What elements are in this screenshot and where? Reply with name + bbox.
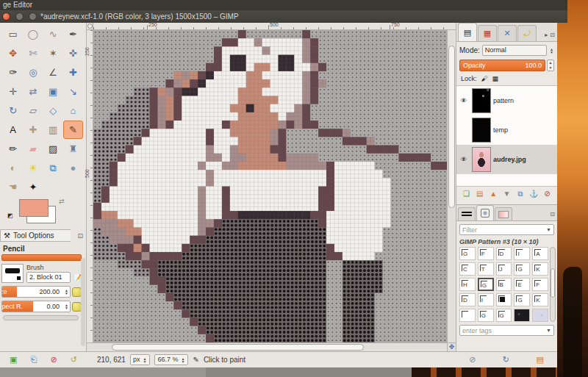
zoom-combo[interactable]: 66.7 % ▲▼ bbox=[154, 354, 188, 365]
pattern-swatch-12[interactable]: B bbox=[496, 278, 512, 291]
tool-pencil[interactable]: ✎ bbox=[63, 121, 83, 139]
tool-heal[interactable]: ✚ bbox=[23, 121, 43, 139]
tool-color-picker[interactable]: ✜ bbox=[63, 44, 83, 62]
anchor-layer-button[interactable]: ⚓ bbox=[528, 190, 539, 198]
vertical-scrollbar[interactable] bbox=[447, 30, 456, 342]
pat-dock-config-icon[interactable]: ⊡ bbox=[550, 211, 555, 218]
panel-config-icon[interactable]: ⊡ bbox=[77, 232, 83, 240]
tool-perspective-clone[interactable]: ⧉ bbox=[43, 159, 63, 177]
tool-clone[interactable]: ♜ bbox=[63, 140, 83, 158]
size-spinner[interactable]: ▲▼ bbox=[64, 289, 69, 295]
tool-paintbrush[interactable]: ✦ bbox=[23, 178, 43, 196]
tab-undo-history[interactable]: ⤾ bbox=[517, 25, 537, 41]
pattern-swatch-9[interactable]: K bbox=[532, 262, 548, 276]
pattern-scrollbar[interactable] bbox=[550, 247, 556, 322]
tab-gradients[interactable] bbox=[495, 207, 512, 220]
tool-perspective[interactable]: ◇ bbox=[43, 101, 63, 120]
aspect-spinner[interactable]: ▲▼ bbox=[64, 304, 69, 309]
lower-layer-button[interactable]: ▼ bbox=[501, 190, 512, 198]
tags-dropdown-icon[interactable]: ▼ bbox=[546, 328, 551, 333]
pattern-swatch-13[interactable]: E bbox=[514, 278, 530, 291]
mode-spinner[interactable]: ▲▼ bbox=[549, 48, 554, 54]
global-menu-text[interactable]: ge Editor bbox=[3, 1, 32, 9]
restore-options-button[interactable]: ⎗ bbox=[31, 355, 37, 365]
toolbox-scrollbar[interactable] bbox=[81, 258, 85, 346]
layer-row-temp[interactable]: temp bbox=[456, 115, 557, 145]
size-slider[interactable]: Size 200.00 ▲▼ bbox=[1, 286, 71, 298]
tab-patterns[interactable] bbox=[476, 205, 494, 220]
pattern-swatch-16[interactable]: I bbox=[478, 293, 494, 306]
opacity-spinner[interactable]: ▲▼ bbox=[547, 60, 554, 71]
tab-channels[interactable]: ▦ bbox=[478, 25, 497, 41]
new-group-button[interactable]: ▤ bbox=[474, 190, 485, 198]
open-pattern-folder-button[interactable]: ▤ bbox=[536, 355, 543, 365]
pattern-swatch-18[interactable]: G bbox=[514, 293, 530, 306]
tool-free-select[interactable]: ∿ bbox=[43, 25, 63, 43]
delete-options-button[interactable]: ⊘ bbox=[50, 355, 57, 365]
tool-fuzzy-select[interactable]: ✶ bbox=[43, 44, 63, 62]
pattern-swatch-1[interactable]: F bbox=[478, 247, 494, 260]
save-options-button[interactable]: ▣ bbox=[10, 355, 17, 365]
pattern-swatch-11[interactable]: G bbox=[478, 278, 494, 291]
pattern-swatch-5[interactable]: C bbox=[459, 262, 476, 276]
tool-gradient[interactable]: ▥ bbox=[43, 121, 63, 139]
pattern-swatch-19[interactable]: K bbox=[532, 293, 548, 306]
filter-dropdown-icon[interactable]: ▼ bbox=[546, 227, 551, 232]
pattern-swatch-24[interactable] bbox=[532, 309, 548, 322]
new-layer-button[interactable]: ❏ bbox=[461, 190, 472, 198]
tool-rotate[interactable]: ↻ bbox=[3, 101, 23, 120]
pattern-swatch-14[interactable]: F bbox=[532, 278, 548, 291]
tool-scale[interactable]: ↘ bbox=[63, 82, 83, 101]
layer-thumbnail[interactable] bbox=[472, 118, 491, 143]
tool-airbrush[interactable]: ▨ bbox=[43, 140, 63, 158]
tab-next-icon[interactable]: ▸ bbox=[545, 32, 548, 38]
tool-alignment[interactable]: ✛ bbox=[3, 82, 23, 101]
tool-scissors-select[interactable]: ✄ bbox=[23, 44, 43, 62]
tool-shear[interactable]: ▱ bbox=[23, 101, 43, 120]
layer-thumbnail[interactable] bbox=[472, 88, 491, 113]
tool-cage-transform[interactable]: ⌂ bbox=[63, 101, 83, 120]
tool-dodge-burn[interactable]: ◐ bbox=[3, 159, 23, 177]
pattern-swatch-17[interactable] bbox=[496, 293, 512, 306]
pattern-swatch-6[interactable]: T bbox=[478, 262, 494, 276]
aspect-slider[interactable]: Aspect R. 0.00 ▲▼ bbox=[1, 301, 71, 312]
raise-layer-button[interactable]: ▲ bbox=[488, 190, 499, 198]
layer-row-audrey.jpg[interactable]: 👁audrey.jpg bbox=[456, 145, 557, 174]
brush-preview[interactable] bbox=[1, 264, 24, 283]
layer-visibility-icon[interactable]: 👁 bbox=[458, 97, 470, 104]
mode-combo[interactable]: Normal bbox=[482, 45, 547, 56]
tool-smudge-finger[interactable]: ☚ bbox=[3, 178, 23, 196]
tool-zoom[interactable]: ◎ bbox=[23, 63, 43, 82]
unit-spinner[interactable]: ▲▼ bbox=[142, 357, 147, 363]
pattern-swatch-20[interactable] bbox=[459, 309, 476, 322]
tool-ellipse-select[interactable]: ◯ bbox=[23, 25, 43, 43]
image-canvas[interactable] bbox=[93, 30, 447, 342]
pattern-swatch-15[interactable]: D bbox=[459, 293, 476, 306]
vertical-ruler[interactable]: 250500 bbox=[87, 30, 93, 342]
tool-options-scrollbar[interactable] bbox=[3, 315, 79, 320]
tool-text[interactable]: A bbox=[3, 121, 23, 139]
filter-entry[interactable]: Filter ▼ bbox=[459, 224, 554, 235]
close-button[interactable] bbox=[2, 12, 10, 21]
foreground-color-swatch[interactable] bbox=[19, 199, 49, 217]
layer-row-pattern[interactable]: 👁pattern bbox=[456, 86, 557, 115]
brush-combo[interactable]: 2. Block 01 bbox=[26, 272, 71, 283]
layer-thumbnail[interactable] bbox=[472, 147, 491, 172]
tool-options-tab[interactable]: ⚒ Tool Options ⊡ bbox=[0, 229, 71, 242]
refresh-patterns-button[interactable]: ↻ bbox=[503, 355, 509, 365]
pattern-swatch-10[interactable]: H bbox=[459, 278, 476, 291]
duplicate-layer-button[interactable]: ⧉ bbox=[514, 190, 526, 198]
pattern-swatch-0[interactable]: G bbox=[459, 247, 476, 260]
pattern-swatch-3[interactable]: I bbox=[514, 247, 530, 260]
tool-ink-pen[interactable]: ✏ bbox=[3, 140, 23, 158]
tab-layers[interactable]: ▤ bbox=[458, 23, 477, 41]
unit-combo[interactable]: px ▲▼ bbox=[130, 354, 151, 365]
window-title-bar[interactable]: *audreynew.xcf-1.0 (RGB color, 3 layers)… bbox=[0, 10, 567, 23]
pattern-swatch-23[interactable] bbox=[514, 309, 530, 322]
tags-entry[interactable]: enter tags ▼ bbox=[459, 325, 554, 336]
pattern-swatch-7[interactable]: J bbox=[496, 262, 512, 276]
tool-eraser[interactable]: ▰ bbox=[23, 140, 43, 158]
tool-move-cross[interactable]: ✚ bbox=[63, 63, 83, 82]
lock-alpha-icon[interactable]: ▦ bbox=[492, 75, 499, 82]
tool-measure[interactable]: ∠ bbox=[43, 63, 63, 82]
